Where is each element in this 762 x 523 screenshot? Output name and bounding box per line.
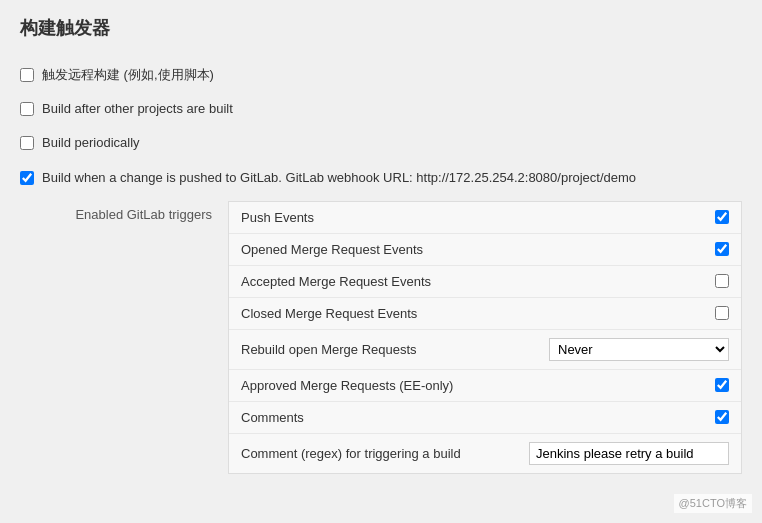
comments-control: [715, 410, 729, 424]
rebuild-open-label: Rebuild open Merge Requests: [241, 342, 537, 357]
page-container: 构建触发器 触发远程构建 (例如,使用脚本) Build after other…: [0, 0, 762, 490]
periodically-row: Build periodically: [20, 128, 742, 158]
periodically-checkbox[interactable]: [20, 136, 34, 150]
comment-regex-label: Comment (regex) for triggering a build: [241, 446, 517, 461]
opened-merge-checkbox[interactable]: [715, 242, 729, 256]
periodically-label: Build periodically: [42, 134, 140, 152]
watermark: @51CTO博客: [674, 494, 752, 513]
gitlab-push-label: Build when a change is pushed to GitLab.…: [42, 169, 636, 187]
opened-merge-control: [715, 242, 729, 256]
approved-merge-label: Approved Merge Requests (EE-only): [241, 378, 703, 393]
remote-build-row: 触发远程构建 (例如,使用脚本): [20, 60, 742, 90]
comment-regex-input[interactable]: [529, 442, 729, 465]
trigger-item-approved-merge: Approved Merge Requests (EE-only): [229, 370, 741, 402]
trigger-item-opened-merge: Opened Merge Request Events: [229, 234, 741, 266]
gitlab-push-checkbox[interactable]: [20, 171, 34, 185]
accepted-merge-checkbox[interactable]: [715, 274, 729, 288]
approved-merge-control: [715, 378, 729, 392]
approved-merge-checkbox[interactable]: [715, 378, 729, 392]
comments-checkbox[interactable]: [715, 410, 729, 424]
rebuild-open-control: Never On push to source branch On push t…: [549, 338, 729, 361]
opened-merge-label: Opened Merge Request Events: [241, 242, 703, 257]
trigger-item-accepted-merge: Accepted Merge Request Events: [229, 266, 741, 298]
push-events-control: [715, 210, 729, 224]
after-other-label: Build after other projects are built: [42, 100, 233, 118]
closed-merge-label: Closed Merge Request Events: [241, 306, 703, 321]
closed-merge-control: [715, 306, 729, 320]
rebuild-open-select[interactable]: Never On push to source branch On push t…: [549, 338, 729, 361]
trigger-item-comments: Comments: [229, 402, 741, 434]
gitlab-triggers-block: Enabled GitLab triggers Push Events Open…: [48, 201, 742, 474]
push-events-checkbox[interactable]: [715, 210, 729, 224]
trigger-item-comment-regex: Comment (regex) for triggering a build: [229, 434, 741, 473]
accepted-merge-label: Accepted Merge Request Events: [241, 274, 703, 289]
trigger-section: 触发远程构建 (例如,使用脚本) Build after other proje…: [20, 60, 742, 474]
gitlab-push-row: Build when a change is pushed to GitLab.…: [20, 163, 742, 193]
after-other-checkbox[interactable]: [20, 102, 34, 116]
comments-label: Comments: [241, 410, 703, 425]
remote-build-label: 触发远程构建 (例如,使用脚本): [42, 66, 214, 84]
gitlab-triggers-label: Enabled GitLab triggers: [48, 201, 228, 474]
trigger-item-closed-merge: Closed Merge Request Events: [229, 298, 741, 330]
accepted-merge-control: [715, 274, 729, 288]
gitlab-triggers-table: Push Events Opened Merge Request Events …: [228, 201, 742, 474]
trigger-item-push-events: Push Events: [229, 202, 741, 234]
push-events-label: Push Events: [241, 210, 703, 225]
page-title: 构建触发器: [20, 16, 742, 40]
after-other-row: Build after other projects are built: [20, 94, 742, 124]
trigger-item-rebuild-open: Rebuild open Merge Requests Never On pus…: [229, 330, 741, 370]
remote-build-checkbox[interactable]: [20, 68, 34, 82]
comment-regex-control: [529, 442, 729, 465]
closed-merge-checkbox[interactable]: [715, 306, 729, 320]
